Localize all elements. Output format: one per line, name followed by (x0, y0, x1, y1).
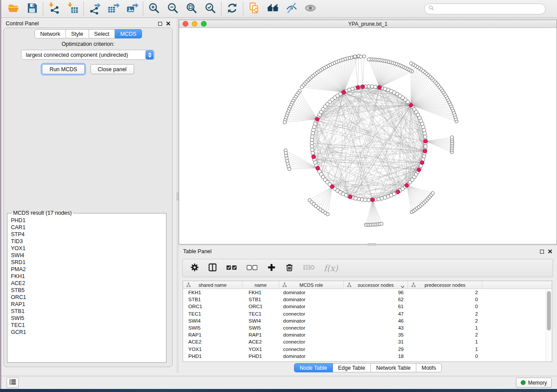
show-all-button[interactable] (301, 0, 320, 17)
save-session-button[interactable] (23, 0, 42, 17)
refresh-icon (226, 2, 239, 16)
hide-selected-button[interactable] (282, 0, 301, 17)
table-row[interactable]: FKH1FKH1dominator962 (183, 289, 552, 296)
export-table-icon (107, 2, 120, 16)
mcds-result-item[interactable]: RAP1 (11, 301, 166, 308)
mcds-result-item[interactable]: STB5 (11, 287, 166, 294)
run-mcds-button[interactable]: Run MCDS (42, 64, 84, 74)
column-header-successor-nodes[interactable]: successor nodes (344, 281, 408, 289)
zoom-fit-button[interactable] (182, 0, 201, 17)
mcds-result-item[interactable]: TEC1 (11, 322, 166, 329)
deselect-all-rows-button[interactable] (245, 261, 259, 275)
table-panel-tabs: Node TableEdge TableNetwork TableMotifs (179, 363, 557, 372)
mcds-result-item[interactable]: SWI5 (11, 315, 166, 322)
refresh-view-button[interactable] (223, 0, 242, 17)
table-cell: STB1 (242, 297, 279, 302)
scrollbar-thumb[interactable] (547, 291, 551, 330)
float-panel-icon[interactable] (540, 250, 544, 254)
mcds-result-item[interactable]: ACE2 (11, 280, 166, 287)
import-table-button[interactable] (63, 0, 82, 17)
control-panel: Control Panel ✕ NetworkStyleSelectMCDS O… (1, 18, 175, 373)
table-settings-button[interactable] (189, 261, 201, 275)
column-label: name (255, 282, 267, 288)
control-panel-tabs: NetworkStyleSelectMCDS (1, 29, 175, 38)
table-row[interactable]: ACE2ACE2connector311 (183, 338, 552, 345)
table-scrollbar[interactable] (546, 289, 551, 361)
export-table-button[interactable] (104, 0, 123, 17)
mcds-result-box: MCDS result (17 nodes) PHD1CAR1STP4TID3Y… (7, 210, 166, 363)
column-header-predecessor-nodes[interactable]: predecessor nodes (408, 281, 482, 289)
file-group (4, 0, 42, 17)
optimization-criterion-dropdown[interactable]: largest connected component (undirected) (21, 50, 155, 60)
zoom-selected-button[interactable] (201, 0, 220, 17)
table-cell: PHD1 (242, 354, 279, 359)
mcds-result-item[interactable]: ORC1 (11, 294, 166, 301)
column-header-MCDS-role[interactable]: MCDS role (279, 281, 344, 289)
network-canvas[interactable] (179, 28, 557, 244)
table-panel-title: Table Panel (183, 248, 211, 254)
float-panel-icon[interactable] (158, 22, 162, 26)
mcds-result-item[interactable]: TID3 (11, 238, 166, 245)
mcds-result-item[interactable]: STB1 (11, 308, 166, 315)
add-column-button[interactable] (266, 261, 277, 275)
mcds-result-item[interactable]: STP4 (11, 231, 166, 238)
mcds-result-item[interactable]: YOX1 (11, 245, 166, 252)
tab-edge-table[interactable]: Edge Table (333, 363, 371, 372)
table-cell: 1 (408, 325, 482, 330)
show-columns-button[interactable] (207, 261, 218, 275)
tab-network[interactable]: Network (35, 29, 66, 38)
clone-network-icon (248, 2, 260, 16)
table-row[interactable]: SWI4SWI4dominator462 (183, 317, 552, 324)
network-graph[interactable] (179, 28, 557, 244)
table-row[interactable]: SWI5SWI5connector431 (183, 324, 552, 331)
tab-network-table[interactable]: Network Table (371, 363, 416, 372)
mcds-result-item[interactable]: PMA2 (11, 266, 166, 273)
table-cell: dominator (279, 297, 344, 302)
table-row[interactable]: STB1STB1dominator620 (183, 296, 552, 303)
export-image-button[interactable] (123, 0, 142, 17)
tab-motifs[interactable]: Motifs (416, 363, 442, 372)
main-toolbar (1, 0, 557, 18)
table-cell: ORC1 (183, 304, 242, 309)
table-row[interactable]: ORC1ORC1dominator610 (183, 303, 552, 310)
mcds-result-item[interactable]: PHD1 (11, 217, 166, 224)
mcds-result-item[interactable]: SRD1 (11, 259, 166, 266)
delete-column-button[interactable] (284, 261, 295, 275)
search-input[interactable] (435, 6, 545, 12)
close-panel-button[interactable]: Close panel (90, 64, 134, 74)
clone-network-button[interactable] (245, 0, 263, 17)
column-header-name[interactable]: name (242, 281, 279, 289)
task-history-button[interactable] (7, 378, 19, 388)
tab-style[interactable]: Style (66, 29, 89, 38)
tab-select[interactable]: Select (89, 29, 115, 38)
import-network-icon (48, 2, 60, 16)
search-field[interactable] (424, 3, 546, 14)
columns-icon (208, 263, 217, 273)
toolbar-separator (221, 2, 221, 16)
table-row[interactable]: PHD1PHD1dominator180 (183, 353, 552, 360)
mcds-result-item[interactable]: SWI4 (11, 252, 166, 259)
export-network-button[interactable] (85, 0, 104, 17)
close-panel-icon[interactable]: ✕ (547, 249, 553, 254)
table-row[interactable]: TEC1TEC1connector472 (183, 310, 552, 317)
mcds-result-item[interactable]: GCR1 (11, 329, 166, 336)
table-row[interactable]: YOX1YOX1connector291 (183, 346, 552, 353)
table-row[interactable]: RAP1RAP1dominator352 (183, 331, 552, 338)
table-cell: FKH1 (183, 290, 242, 295)
zoom-in-button[interactable] (145, 0, 163, 17)
mcds-result-item[interactable]: FKH1 (11, 273, 166, 280)
save-icon (26, 2, 38, 16)
memory-button[interactable]: Memory (516, 378, 552, 388)
tab-node-table[interactable]: Node Table (294, 363, 333, 372)
mcds-result-item[interactable]: CAR1 (11, 224, 166, 231)
column-header-shared-name[interactable]: shared name (183, 281, 242, 289)
close-panel-icon[interactable]: ✕ (166, 21, 171, 26)
home-button[interactable] (263, 0, 282, 17)
mcds-result-list[interactable]: PHD1CAR1STP4TID3YOX1SWI4SRD1PMA2FKH1ACE2… (11, 217, 166, 336)
network-window-titlebar[interactable]: YPA_prune.txt_1 (179, 20, 557, 28)
open-file-button[interactable] (4, 0, 23, 17)
tab-mcds[interactable]: MCDS (115, 29, 142, 38)
zoom-out-button[interactable] (163, 0, 182, 17)
import-network-button[interactable] (45, 0, 63, 17)
select-all-rows-button[interactable] (225, 261, 239, 275)
